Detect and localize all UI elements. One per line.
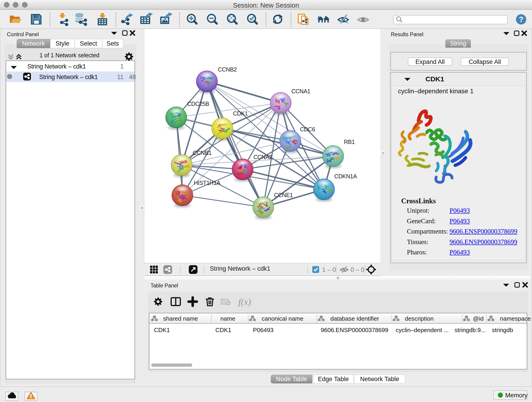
svg-text:CCNB1: CCNB1 xyxy=(193,150,211,156)
svg-text:CCNA2: CCNA2 xyxy=(253,154,272,160)
svg-text:CDC25B: CDC25B xyxy=(187,101,209,107)
svg-text:CCNE1: CCNE1 xyxy=(274,192,293,198)
svg-text:RB1: RB1 xyxy=(344,139,355,145)
svg-text:CDKN1A: CDKN1A xyxy=(334,173,357,179)
svg-text:CCNA1: CCNA1 xyxy=(291,88,310,95)
svg-text:CDK1: CDK1 xyxy=(233,110,248,117)
svg-text:HIST1H1A: HIST1H1A xyxy=(194,180,220,186)
svg-text:CDC6: CDC6 xyxy=(300,126,315,133)
svg-text:CCNB2: CCNB2 xyxy=(218,66,237,73)
